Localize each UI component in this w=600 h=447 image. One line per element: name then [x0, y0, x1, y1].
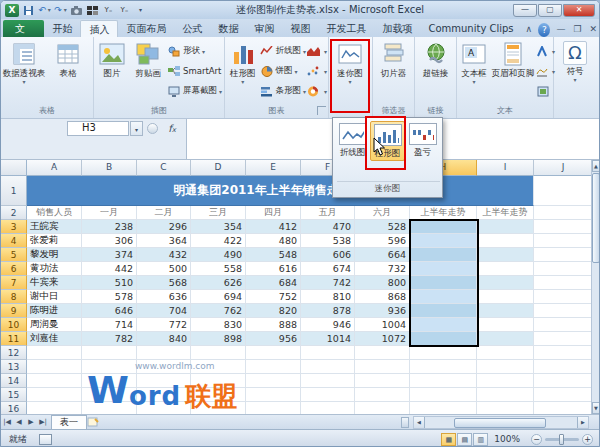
cell-empty[interactable]	[410, 388, 477, 402]
cell-value[interactable]: 752	[246, 290, 301, 304]
scroll-down-icon[interactable]: ▼	[592, 402, 600, 414]
cell-value[interactable]: 732	[355, 262, 410, 276]
column-chart-button[interactable]: 柱形图▾	[226, 38, 260, 86]
cell-value[interactable]: 306	[82, 234, 137, 248]
cell-value[interactable]: 354	[191, 220, 246, 234]
screenshot-button[interactable]: 屏幕截图▾	[167, 81, 222, 101]
cell-value[interactable]: 480	[246, 234, 301, 248]
cell-value[interactable]: 664	[355, 248, 410, 262]
header-cell[interactable]: 上半年走势	[477, 206, 534, 220]
insert-worksheet-icon[interactable]	[87, 417, 103, 427]
cell-empty[interactable]	[246, 360, 301, 374]
cell-empty[interactable]	[246, 402, 301, 414]
tab-data[interactable]: 数据	[210, 20, 246, 37]
customize-qat-icon[interactable]: ▾	[134, 4, 147, 17]
cell-empty[interactable]	[27, 374, 82, 388]
name-box[interactable]: H3	[67, 121, 129, 136]
shapes-button[interactable]: 形状▾	[167, 41, 222, 61]
signature-line-button[interactable]: ▾	[536, 61, 552, 81]
workbook-minimize-icon[interactable]: —	[552, 21, 569, 37]
cell-empty[interactable]	[137, 374, 191, 388]
cell-value[interactable]: 772	[137, 318, 191, 332]
cell-empty[interactable]	[27, 402, 82, 414]
header-cell[interactable]: 上半年走势	[410, 206, 477, 220]
zoom-level[interactable]: 100%	[494, 434, 520, 444]
row-number-12[interactable]: 12	[1, 346, 27, 360]
cell-empty[interactable]	[534, 360, 593, 374]
cell-empty[interactable]	[301, 374, 355, 388]
zoom-out-icon[interactable]: −	[531, 434, 542, 445]
header-cell[interactable]: 二月	[137, 206, 191, 220]
cell-trend-empty[interactable]	[477, 220, 534, 234]
zoom-slider[interactable]	[545, 438, 579, 441]
cell-value[interactable]: 490	[191, 248, 246, 262]
cell-empty[interactable]	[82, 374, 137, 388]
table-button[interactable]: 表格	[46, 38, 90, 79]
row-number-15[interactable]: 15	[1, 388, 27, 402]
workbook-restore-icon[interactable]: ❐	[569, 21, 585, 37]
cell-outside[interactable]	[534, 304, 593, 318]
cell-value[interactable]: 538	[301, 234, 355, 248]
pivottable-button[interactable]: 数据透视表▾	[2, 38, 46, 86]
cell-empty[interactable]	[301, 346, 355, 360]
table-title-cell[interactable]: 明通集团2011年上半年销售走势分析表	[27, 176, 534, 206]
page-layout-view-icon[interactable]: ▤	[457, 433, 472, 446]
scroll-left-icon[interactable]: ◀	[414, 417, 425, 428]
insert-function-fx-icon[interactable]: fx	[161, 121, 183, 136]
cell-value[interactable]: 616	[246, 262, 301, 276]
cell-value[interactable]: 470	[301, 220, 355, 234]
cell-value[interactable]: 606	[301, 248, 355, 262]
cell-empty[interactable]	[410, 402, 477, 414]
cell-name[interactable]: 黄功法	[27, 262, 82, 276]
line-chart-button[interactable]: 折线图▾	[260, 41, 307, 61]
flyout-line-sparkline[interactable]: 折线图	[335, 121, 370, 161]
cell-outside[interactable]	[534, 290, 593, 304]
row-number-1[interactable]: 1	[1, 176, 27, 206]
cell-outside[interactable]	[534, 262, 593, 276]
wordart-button[interactable]: ▾	[536, 41, 552, 61]
vertical-scroll-thumb[interactable]	[592, 173, 600, 263]
header-cell[interactable]: 六月	[355, 206, 410, 220]
cell-value[interactable]: 528	[355, 220, 410, 234]
view-side-by-side-icon[interactable]	[86, 4, 99, 17]
column-header-J[interactable]: J	[534, 160, 593, 176]
cell-trend-empty[interactable]	[477, 290, 534, 304]
pie-chart-button[interactable]: 饼图▾	[260, 61, 307, 81]
row-number-10[interactable]: 10	[1, 318, 27, 332]
cell-value[interactable]: 238	[82, 220, 137, 234]
row-number-5[interactable]: 5	[1, 248, 27, 262]
tab-page-layout[interactable]: 页面布局	[118, 20, 174, 37]
cell-name[interactable]: 黎发明	[27, 248, 82, 262]
cell-value[interactable]: 888	[246, 318, 301, 332]
bar-chart-button[interactable]: 条形图▾	[260, 81, 307, 101]
cell-name[interactable]: 谢中日	[27, 290, 82, 304]
cell-empty[interactable]	[191, 346, 246, 360]
cell-value[interactable]: 956	[246, 332, 301, 346]
cell-sparkline-selected[interactable]	[410, 248, 477, 262]
cell-value[interactable]: 412	[246, 220, 301, 234]
tab-addins[interactable]: 加载项	[374, 20, 420, 37]
row-number-9[interactable]: 9	[1, 304, 27, 318]
horizontal-scroll-thumb[interactable]	[454, 418, 546, 428]
cell-empty[interactable]	[191, 374, 246, 388]
cell-empty[interactable]	[534, 374, 593, 388]
tab-community-clips[interactable]: Community Clips	[420, 20, 521, 37]
camera-icon[interactable]	[70, 4, 83, 17]
cell-value[interactable]: 936	[355, 304, 410, 318]
cell-empty[interactable]	[137, 346, 191, 360]
row-number-7[interactable]: 7	[1, 276, 27, 290]
row-number-2[interactable]: 2	[1, 206, 27, 220]
cell-value[interactable]: 694	[191, 290, 246, 304]
slicer-button[interactable]: 切片器	[374, 38, 413, 79]
cell-J2[interactable]	[534, 206, 593, 220]
cell-value[interactable]: 782	[82, 332, 137, 346]
row-number-14[interactable]: 14	[1, 374, 27, 388]
cell-value[interactable]: 898	[191, 332, 246, 346]
normal-view-icon[interactable]: ▦	[441, 433, 456, 446]
cell-value[interactable]: 548	[246, 248, 301, 262]
cell-outside[interactable]	[534, 318, 593, 332]
sheet-tab[interactable]: 表一	[51, 415, 87, 429]
redo-icon[interactable]: ↷▾	[54, 4, 67, 17]
cell-empty[interactable]	[410, 374, 477, 388]
cell-empty[interactable]	[246, 346, 301, 360]
